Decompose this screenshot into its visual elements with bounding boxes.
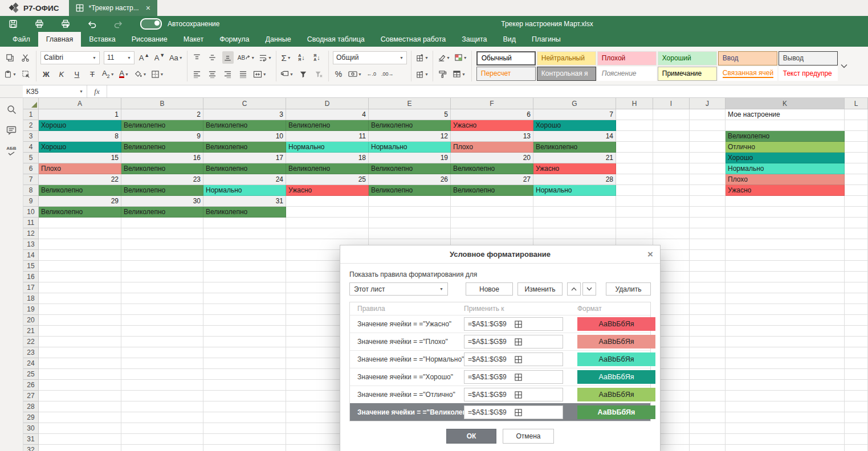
col-header-F[interactable]: F	[451, 98, 533, 109]
clear-icon[interactable]: ▼	[437, 51, 450, 64]
cell[interactable]	[39, 272, 121, 282]
cell[interactable]	[845, 445, 868, 451]
cell[interactable]	[726, 358, 845, 369]
cell[interactable]	[121, 337, 203, 347]
cell[interactable]: 19	[369, 153, 451, 163]
cell[interactable]: Хорошо	[726, 153, 845, 163]
col-header-G[interactable]: G	[533, 98, 616, 109]
cell[interactable]: Великолепно	[451, 163, 533, 174]
cell[interactable]	[451, 228, 533, 239]
cell[interactable]	[203, 282, 286, 293]
cell[interactable]	[726, 218, 845, 228]
cell[interactable]	[121, 369, 203, 380]
cell[interactable]	[653, 196, 690, 207]
cell-style-chip[interactable]: Вывод	[779, 51, 838, 65]
rule-range-input[interactable]: =$A$1:$G$9	[464, 370, 563, 384]
cell[interactable]	[690, 412, 726, 423]
cell[interactable]	[690, 391, 726, 401]
cell[interactable]	[121, 347, 203, 358]
subscript-icon[interactable]: A2▼	[102, 68, 115, 80]
row-header-5[interactable]: 5	[23, 153, 39, 163]
range-picker-icon[interactable]	[514, 355, 560, 364]
cell[interactable]: 28	[533, 174, 616, 185]
cell[interactable]	[121, 282, 203, 293]
autosave-toggle[interactable]	[140, 18, 162, 30]
cell[interactable]	[690, 153, 726, 163]
cell[interactable]	[203, 326, 286, 337]
cell[interactable]: 15	[39, 153, 121, 163]
cell[interactable]	[845, 185, 868, 196]
col-header-A[interactable]: A	[39, 98, 121, 109]
cell[interactable]	[121, 423, 203, 434]
cell[interactable]: Нормально	[726, 163, 845, 174]
cell[interactable]	[286, 196, 369, 207]
cell-style-chip[interactable]: Связанная ячей	[718, 67, 777, 81]
cell[interactable]: Плохо	[451, 142, 533, 153]
cell[interactable]	[616, 109, 653, 120]
cell[interactable]	[121, 380, 203, 391]
paste-button[interactable]: ▼	[4, 68, 17, 80]
move-rule-down-button[interactable]	[582, 282, 596, 296]
cell[interactable]	[726, 380, 845, 391]
cell[interactable]	[845, 337, 868, 347]
cell[interactable]	[845, 272, 868, 282]
rule-row[interactable]: Значение ячейки = ="Нормально"=$A$1:$G$9…	[350, 350, 650, 368]
cell[interactable]	[690, 120, 726, 131]
cell[interactable]: 7	[533, 109, 616, 120]
col-header-H[interactable]: H	[616, 98, 653, 109]
cell[interactable]: 16	[121, 153, 203, 163]
cell[interactable]	[369, 228, 451, 239]
cell[interactable]	[121, 304, 203, 315]
cell[interactable]	[845, 250, 868, 261]
name-box-chevron-icon[interactable]: ▼	[79, 89, 83, 93]
cell[interactable]	[616, 131, 653, 142]
cell-style-chip[interactable]: Контрольная я	[537, 67, 596, 81]
cell[interactable]	[690, 185, 726, 196]
new-rule-button[interactable]: Новое	[466, 282, 513, 296]
format-painter-icon[interactable]	[437, 68, 449, 80]
row-header-4[interactable]: 4	[23, 142, 39, 153]
cell[interactable]: Великолепно	[121, 185, 203, 196]
cell[interactable]	[203, 228, 286, 239]
cell[interactable]	[121, 358, 203, 369]
cell[interactable]	[203, 445, 286, 451]
row-header-8[interactable]: 8	[23, 185, 39, 196]
rule-range-input[interactable]: =$A$1:$G$9	[464, 352, 563, 366]
cell[interactable]	[39, 423, 121, 434]
clear-filter-icon[interactable]	[313, 68, 324, 80]
menu-tab-1[interactable]: Файл	[5, 32, 38, 47]
cell[interactable]	[369, 196, 451, 207]
row-header-25[interactable]: 25	[23, 369, 39, 380]
row-header-11[interactable]: 11	[23, 218, 39, 228]
rule-row[interactable]: Значение ячейки = ="Отлично"=$A$1:$G$9Аа…	[350, 386, 650, 403]
cell-style-chip[interactable]: Примечание	[658, 67, 717, 81]
spellcheck-icon[interactable]: АБВ	[6, 146, 16, 155]
cell[interactable]	[845, 174, 868, 185]
font-size-select[interactable]: 11▼	[104, 51, 135, 64]
borders-icon[interactable]: ▼	[151, 68, 164, 80]
cell[interactable]	[616, 120, 653, 131]
cell[interactable]	[39, 347, 121, 358]
cell[interactable]	[845, 109, 868, 120]
cell[interactable]	[203, 239, 286, 250]
cell[interactable]	[451, 196, 533, 207]
cell[interactable]	[690, 423, 726, 434]
row-header-13[interactable]: 13	[23, 239, 39, 250]
cell[interactable]	[203, 337, 286, 347]
cell[interactable]	[690, 337, 726, 347]
row-header-21[interactable]: 21	[23, 326, 39, 337]
align-left-icon[interactable]	[191, 68, 203, 80]
cell[interactable]: Великолепно	[533, 142, 616, 153]
menu-tab-2[interactable]: Главная	[38, 32, 81, 47]
cell[interactable]: 1	[39, 109, 121, 120]
menu-tab-10[interactable]: Защита	[454, 32, 495, 47]
cell[interactable]	[533, 228, 616, 239]
cell-style-chip[interactable]: Пояснение	[597, 67, 657, 81]
cell[interactable]	[39, 228, 121, 239]
cell[interactable]	[726, 228, 845, 239]
cell-style-chip[interactable]: Плохой	[597, 51, 657, 65]
cell[interactable]: 27	[451, 174, 533, 185]
cell[interactable]	[845, 369, 868, 380]
undo-button[interactable]	[85, 18, 98, 30]
format-table-icon[interactable]: ▼	[453, 68, 466, 80]
